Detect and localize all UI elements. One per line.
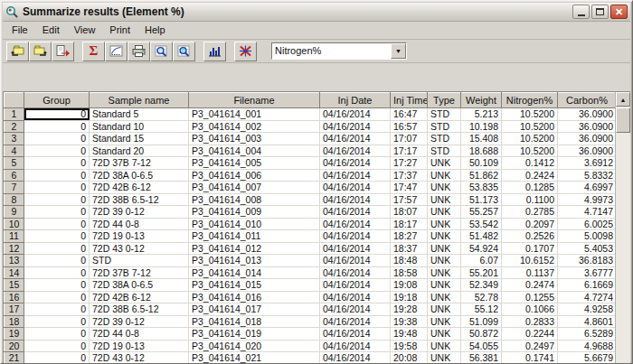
menu-help[interactable]: Help (137, 23, 173, 38)
inj-time-cell[interactable]: 17:27 (391, 157, 428, 170)
scrollbar-thumb[interactable] (616, 107, 630, 133)
inj-time-cell[interactable]: 17:07 (391, 133, 428, 145)
carbon-cell[interactable]: 6.1669 (558, 279, 616, 292)
inj-time-cell[interactable]: 17:57 (391, 193, 428, 206)
inj-date-cell[interactable]: 04/16/2014 (320, 291, 391, 303)
menu-view[interactable]: View (67, 23, 103, 38)
carbon-cell[interactable]: 4.9258 (558, 303, 616, 316)
type-cell[interactable]: UNK (428, 303, 461, 316)
weight-cell[interactable]: 54.055 (461, 340, 502, 352)
type-cell[interactable]: UNK (428, 315, 461, 328)
type-cell[interactable]: UNK (428, 340, 461, 352)
filename-cell[interactable]: P3_041614_005 (189, 157, 320, 170)
weight-cell[interactable]: 10.198 (461, 120, 502, 133)
open-results-button[interactable] (6, 42, 29, 61)
col-header-filename[interactable]: Filename (189, 93, 320, 108)
carbon-cell[interactable]: 36.8183 (558, 255, 616, 267)
row-number-cell[interactable]: 6 (5, 169, 24, 182)
filename-cell[interactable]: P3_041614_010 (189, 218, 320, 230)
inj-time-cell[interactable]: 17:47 (391, 182, 428, 194)
inj-time-cell[interactable]: 17:17 (391, 145, 428, 157)
nitrogen-cell[interactable]: 0.2497 (502, 340, 558, 352)
carbon-cell[interactable]: 5.8332 (558, 169, 616, 182)
sample-name-cell[interactable]: 72D 39 0-12 (90, 206, 189, 219)
col-header-nitrogen[interactable]: Nitrogen% (502, 93, 558, 108)
row-number-cell[interactable]: 1 (5, 108, 24, 121)
weight-cell[interactable]: 51.173 (461, 193, 502, 206)
inj-date-cell[interactable]: 04/16/2014 (320, 193, 391, 206)
weight-cell[interactable]: 52.78 (461, 291, 502, 303)
filename-cell[interactable]: P3_041614_004 (189, 145, 320, 157)
group-cell[interactable]: 0 (24, 315, 90, 328)
filename-cell[interactable]: P3_041614_008 (189, 193, 320, 206)
group-cell[interactable]: 0 (24, 352, 90, 364)
group-cell[interactable]: 0 (24, 242, 90, 255)
type-cell[interactable]: UNK (428, 193, 461, 206)
element-select[interactable]: Nitrogen% ▼ (271, 42, 407, 60)
filename-cell[interactable]: P3_041614_001 (189, 108, 320, 121)
nitrogen-cell[interactable]: 0.2097 (502, 218, 558, 230)
inj-date-cell[interactable]: 04/16/2014 (320, 242, 391, 255)
inj-time-cell[interactable]: 17:37 (391, 169, 428, 182)
sample-name-cell[interactable]: Standard 15 (90, 133, 189, 145)
group-cell[interactable]: 0 (24, 182, 90, 194)
group-cell[interactable]: 0 (24, 133, 90, 145)
weight-cell[interactable]: 18.688 (461, 145, 502, 157)
col-header-type[interactable]: Type (428, 93, 461, 108)
inj-date-cell[interactable]: 04/16/2014 (320, 255, 391, 267)
group-cell[interactable]: 0 (24, 108, 90, 121)
nitrogen-cell[interactable]: 0.2474 (502, 279, 558, 292)
inj-date-cell[interactable]: 04/16/2014 (320, 145, 391, 157)
carbon-cell[interactable]: 4.9688 (558, 340, 616, 352)
summarize-button[interactable]: Σ (82, 42, 105, 61)
scroll-up-button[interactable]: ▲ (616, 92, 630, 107)
inj-time-cell[interactable]: 19:28 (391, 303, 428, 316)
nitrogen-cell[interactable]: 10.5200 (502, 108, 558, 121)
nitrogen-cell[interactable]: 0.2424 (502, 169, 558, 182)
filename-cell[interactable]: P3_041614_011 (189, 230, 320, 243)
inj-time-cell[interactable]: 18:17 (391, 218, 428, 230)
inj-date-cell[interactable]: 04/16/2014 (320, 315, 391, 328)
col-header-inj-date[interactable]: Inj Date (320, 93, 391, 108)
sample-name-cell[interactable]: 72D 42B 6-12 (90, 291, 189, 303)
group-cell[interactable]: 0 (24, 230, 90, 243)
inj-date-cell[interactable]: 04/16/2014 (320, 157, 391, 170)
inj-date-cell[interactable]: 04/16/2014 (320, 328, 391, 341)
calibration-chart-button[interactable] (105, 42, 128, 61)
weight-cell[interactable]: 50.872 (461, 328, 502, 341)
group-cell[interactable]: 0 (24, 193, 90, 206)
sample-name-cell[interactable]: 72D 38B 6.5-12 (90, 193, 189, 206)
group-cell[interactable]: 0 (24, 218, 90, 230)
inj-time-cell[interactable]: 19:48 (391, 328, 428, 341)
inj-date-cell[interactable]: 04/16/2014 (320, 230, 391, 243)
nitrogen-cell[interactable]: 0.1066 (502, 303, 558, 316)
row-number-cell[interactable]: 9 (5, 206, 24, 219)
carbon-cell[interactable]: 5.0098 (558, 230, 616, 243)
carbon-cell[interactable]: 6.0025 (558, 218, 616, 230)
carbon-cell[interactable]: 3.6912 (558, 157, 616, 170)
zoom-table-button[interactable] (150, 42, 173, 61)
type-cell[interactable]: UNK (428, 206, 461, 219)
vertical-scrollbar[interactable]: ▲ (615, 92, 630, 364)
inj-date-cell[interactable]: 04/16/2014 (320, 108, 391, 121)
nitrogen-cell[interactable]: 0.1412 (502, 157, 558, 170)
type-cell[interactable]: UNK (428, 157, 461, 170)
filename-cell[interactable]: P3_041614_018 (189, 315, 320, 328)
sample-name-cell[interactable]: 72D 19 0-13 (90, 230, 189, 243)
filename-cell[interactable]: P3_041614_015 (189, 279, 320, 292)
combo-dropdown-button[interactable]: ▼ (391, 43, 406, 59)
filename-cell[interactable]: P3_041614_012 (189, 242, 320, 255)
carbon-cell[interactable]: 4.6997 (558, 182, 616, 194)
carbon-cell[interactable]: 36.0900 (558, 108, 616, 121)
sample-name-cell[interactable]: 72D 43 0-12 (90, 352, 189, 364)
group-cell[interactable]: 0 (24, 120, 90, 133)
row-number-cell[interactable]: 20 (5, 340, 24, 352)
weight-cell[interactable]: 50.109 (461, 157, 502, 170)
row-number-cell[interactable]: 15 (5, 279, 24, 292)
type-cell[interactable]: STD (428, 145, 461, 157)
weight-cell[interactable]: 53.542 (461, 218, 502, 230)
row-number-cell[interactable]: 19 (5, 328, 24, 341)
group-cell[interactable]: 0 (24, 157, 90, 170)
weight-cell[interactable]: 55.257 (461, 206, 502, 219)
nitrogen-cell[interactable]: 0.2244 (502, 328, 558, 341)
